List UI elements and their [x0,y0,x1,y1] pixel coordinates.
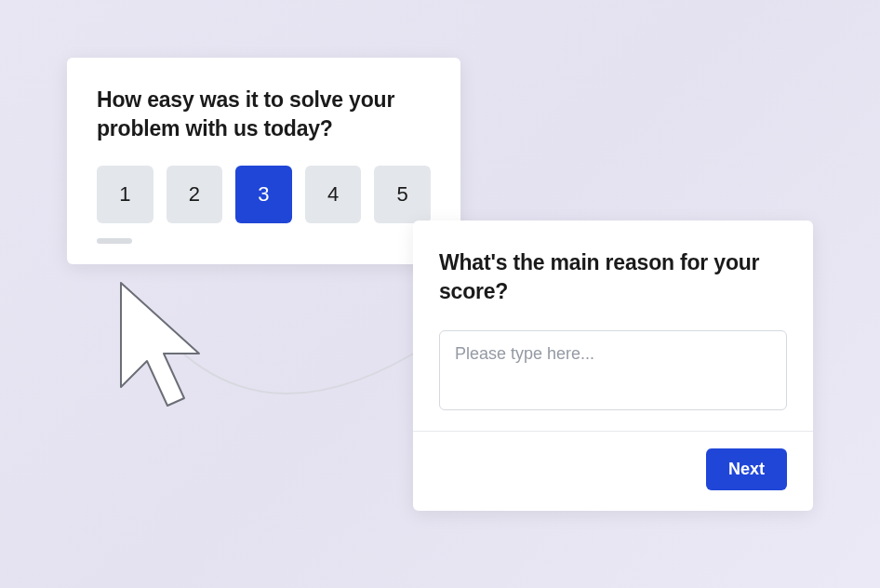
reason-question: What's the main reason for your score? [439,248,787,306]
rating-option-4[interactable]: 4 [305,166,362,223]
divider [413,431,813,432]
rating-option-2[interactable]: 2 [167,166,223,223]
rating-option-1[interactable]: 1 [97,166,153,223]
decorative-arc [153,287,441,435]
footer: Next [439,448,787,490]
rating-option-5[interactable]: 5 [374,166,431,223]
next-button[interactable]: Next [706,448,787,490]
rating-option-3[interactable]: 3 [235,166,292,223]
rating-card: How easy was it to solve your problem wi… [67,58,460,264]
reason-input[interactable] [439,330,787,410]
cursor-icon [102,275,214,434]
rating-options: 1 2 3 4 5 [97,166,431,223]
rating-question: How easy was it to solve your problem wi… [97,86,431,143]
reason-card: What's the main reason for your score? N… [413,220,813,511]
progress-indicator [97,238,132,244]
